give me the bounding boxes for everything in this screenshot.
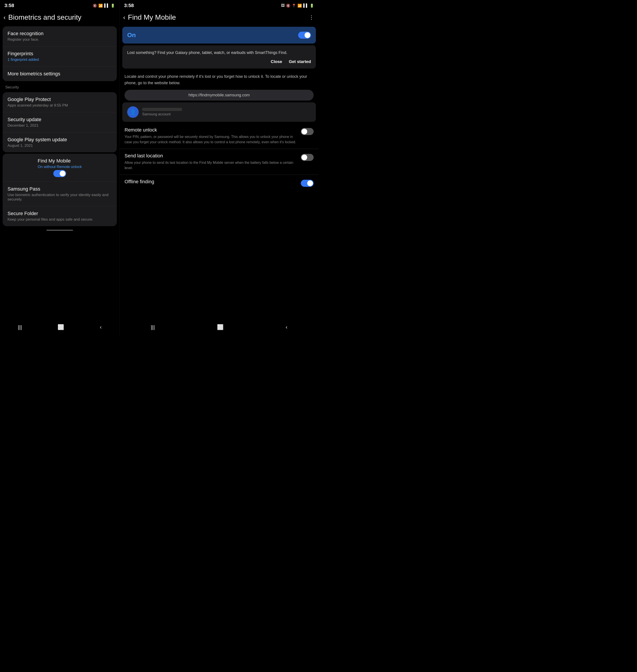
left-back-button[interactable]: ‹ bbox=[3, 14, 5, 21]
security-update-item[interactable]: Security update December 1, 2021 bbox=[3, 112, 117, 132]
right-header: ‹ Find My Mobile ⋮ bbox=[120, 11, 318, 25]
secure-folder-title: Secure Folder bbox=[7, 211, 112, 217]
find-my-mobile-item[interactable]: Find My Mobile On without Remote unlock bbox=[3, 154, 117, 182]
left-status-bar: 3:58 🔇 📶 ▌▌ 🔋 bbox=[0, 0, 120, 11]
right-battery-icon: 🔋 bbox=[310, 3, 314, 8]
offline-finding-title: Offline finding bbox=[125, 179, 298, 185]
remote-unlock-toggle[interactable] bbox=[301, 128, 314, 135]
remote-unlock-title: Remote unlock bbox=[125, 127, 298, 133]
toggle-knob bbox=[60, 171, 66, 176]
account-avatar-icon: 👤 bbox=[130, 109, 136, 115]
right-nav-back[interactable]: ‹ bbox=[286, 324, 288, 330]
on-banner-label: On bbox=[127, 32, 136, 39]
face-recognition-item[interactable]: Face recognition Register your face. bbox=[3, 26, 117, 46]
send-last-location-knob bbox=[302, 154, 307, 160]
google-play-protect-subtitle: Apps scanned yesterday at 9:55 PM bbox=[7, 103, 112, 108]
security-update-subtitle: December 1, 2021 bbox=[7, 123, 112, 128]
on-banner-toggle[interactable] bbox=[298, 32, 311, 39]
remote-unlock-knob bbox=[302, 129, 307, 134]
account-avatar: 👤 bbox=[127, 106, 139, 118]
google-play-protect-title: Google Play Protect bbox=[7, 97, 112, 102]
account-card[interactable]: 👤 Samsung account bbox=[122, 102, 316, 122]
right-nav-recent[interactable]: ||| bbox=[151, 324, 155, 330]
security-section-label: Security bbox=[0, 82, 120, 91]
find-my-mobile-subtitle: On without Remote unlock bbox=[38, 165, 81, 169]
secure-folder-subtitle: Keep your personal files and apps safe a… bbox=[7, 217, 112, 222]
scroll-indicator bbox=[47, 230, 73, 231]
remote-unlock-desc: Your PIN, pattern, or password will be s… bbox=[125, 134, 298, 145]
account-label: Samsung account bbox=[142, 112, 170, 116]
url-text: https://findmymobile.samsung.com bbox=[188, 93, 250, 97]
offline-finding-text: Offline finding bbox=[125, 179, 298, 186]
battery-icon: 🔋 bbox=[111, 3, 115, 8]
find-my-mobile-toggle[interactable] bbox=[53, 170, 66, 177]
mute-icon: 🔇 bbox=[93, 3, 97, 8]
right-status-time: 3:58 bbox=[124, 3, 134, 8]
send-last-location-text: Send last location Allow your phone to s… bbox=[125, 153, 298, 171]
security-update-title: Security update bbox=[7, 117, 112, 123]
face-recognition-title: Face recognition bbox=[7, 31, 112, 36]
left-nav-home[interactable]: ⬜ bbox=[57, 324, 64, 330]
left-nav-back[interactable]: ‹ bbox=[100, 324, 102, 330]
right-content-scroll: On Lost something? Find your Galaxy phon… bbox=[120, 25, 318, 336]
right-wifi-icon: 📶 bbox=[297, 3, 302, 8]
google-play-system-title: Google Play system update bbox=[7, 137, 112, 143]
remote-unlock-text: Remote unlock Your PIN, pattern, or pass… bbox=[125, 127, 298, 145]
samsung-pass-item[interactable]: Samsung Pass Use biometric authenticatio… bbox=[3, 182, 117, 206]
on-banner[interactable]: On bbox=[122, 27, 316, 43]
left-settings-scroll: Face recognition Register your face. Fin… bbox=[0, 25, 120, 336]
left-bottom-nav: ||| ⬜ ‹ bbox=[0, 318, 120, 336]
right-back-button[interactable]: ‹ bbox=[123, 14, 125, 21]
right-page-title: Find My Mobile bbox=[128, 13, 176, 21]
photo-icon: 🖼 bbox=[281, 3, 285, 7]
face-recognition-subtitle: Register your face. bbox=[7, 37, 112, 42]
on-toggle-knob bbox=[305, 32, 310, 38]
url-box[interactable]: https://findmymobile.samsung.com bbox=[125, 90, 314, 100]
left-panel: 3:58 🔇 📶 ▌▌ 🔋 ‹ Biometrics and security … bbox=[0, 0, 120, 336]
advanced-group: Find My Mobile On without Remote unlock … bbox=[3, 154, 117, 226]
fingerprints-item[interactable]: Fingerprints 1 fingerprint added bbox=[3, 46, 117, 67]
samsung-pass-title: Samsung Pass bbox=[7, 186, 112, 192]
smartthings-text: Lost something? Find your Galaxy phone, … bbox=[127, 50, 287, 55]
right-panel: 3:58 🖼 🔇 📍 📶 ▌▌ 🔋 ‹ Find My Mobile ⋮ On … bbox=[120, 0, 318, 336]
settings-list: Remote unlock Your PIN, pattern, or pass… bbox=[120, 123, 318, 191]
right-nav-home[interactable]: ⬜ bbox=[217, 324, 224, 330]
left-status-time: 3:58 bbox=[4, 3, 14, 8]
right-status-icons: 🖼 🔇 📍 📶 ▌▌ 🔋 bbox=[281, 3, 314, 8]
secure-folder-item[interactable]: Secure Folder Keep your personal files a… bbox=[3, 206, 117, 226]
right-status-bar: 3:58 🖼 🔇 📍 📶 ▌▌ 🔋 bbox=[120, 0, 318, 11]
right-signal-icon: ▌▌ bbox=[303, 3, 308, 7]
find-my-mobile-title: Find My Mobile bbox=[38, 158, 81, 164]
offline-finding-toggle[interactable] bbox=[301, 180, 314, 187]
send-last-location-row[interactable]: Send last location Allow your phone to s… bbox=[120, 149, 318, 175]
signal-icon: ▌▌ bbox=[104, 3, 109, 7]
left-header: ‹ Biometrics and security bbox=[0, 11, 120, 25]
left-nav-recent[interactable]: ||| bbox=[18, 324, 22, 330]
more-biometrics-item[interactable]: More biometrics settings bbox=[3, 67, 117, 81]
account-info: Samsung account bbox=[142, 108, 311, 116]
send-last-location-title: Send last location bbox=[125, 153, 298, 159]
left-status-icons: 🔇 📶 ▌▌ 🔋 bbox=[93, 3, 115, 8]
fingerprints-subtitle: 1 fingerprint added bbox=[7, 57, 112, 62]
smartthings-card: Lost something? Find your Galaxy phone, … bbox=[122, 45, 316, 69]
google-play-system-item[interactable]: Google Play system update August 1, 2021 bbox=[3, 132, 117, 152]
biometrics-group: Face recognition Register your face. Fin… bbox=[3, 26, 117, 81]
remote-unlock-row[interactable]: Remote unlock Your PIN, pattern, or pass… bbox=[120, 123, 318, 149]
send-last-location-desc: Allow your phone to send its last locati… bbox=[125, 160, 298, 171]
send-last-location-toggle[interactable] bbox=[301, 154, 314, 161]
offline-finding-row[interactable]: Offline finding bbox=[120, 175, 318, 191]
location-icon: 📍 bbox=[292, 3, 296, 8]
get-started-button[interactable]: Get started bbox=[289, 59, 311, 64]
locate-info-text: Locate and control your phone remotely i… bbox=[120, 70, 318, 88]
security-group: Google Play Protect Apps scanned yesterd… bbox=[3, 92, 117, 152]
account-name-redacted bbox=[142, 108, 182, 111]
samsung-pass-subtitle: Use biometric authentication to verify y… bbox=[7, 193, 112, 202]
left-page-title: Biometrics and security bbox=[8, 13, 81, 21]
more-biometrics-title: More biometrics settings bbox=[7, 71, 112, 77]
close-button[interactable]: Close bbox=[271, 59, 282, 64]
fingerprints-title: Fingerprints bbox=[7, 51, 112, 57]
smartthings-actions: Close Get started bbox=[127, 59, 311, 64]
right-mute-icon: 🔇 bbox=[286, 3, 290, 8]
google-play-protect-item[interactable]: Google Play Protect Apps scanned yesterd… bbox=[3, 92, 117, 112]
right-more-button[interactable]: ⋮ bbox=[309, 14, 314, 21]
